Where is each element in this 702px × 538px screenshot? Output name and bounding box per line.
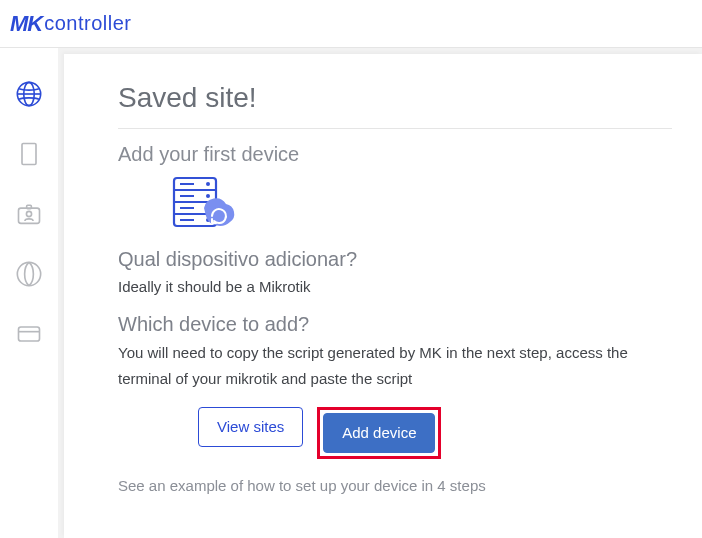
globe-icon: [15, 80, 43, 112]
example-setup-link[interactable]: See an example of how to set up your dev…: [118, 477, 672, 494]
heading-which-device: Which device to add?: [118, 313, 672, 336]
svg-point-5: [26, 211, 31, 216]
view-sites-button[interactable]: View sites: [198, 407, 303, 447]
main-wrap: Saved site! Add your first device: [58, 48, 702, 538]
highlight-add-device: Add device: [317, 407, 441, 459]
circle-swirl-icon: [15, 260, 43, 292]
brand-mark: MK: [10, 11, 42, 37]
sidebar: [0, 48, 58, 538]
app-header: MKcontroller: [0, 0, 702, 48]
svg-rect-8: [19, 327, 40, 341]
card-icon: [15, 320, 43, 352]
sidebar-item-sites[interactable]: [13, 80, 45, 112]
heading-qual-dispositivo: Qual dispositivo adicionar?: [118, 248, 672, 271]
text-copy-script: You will need to copy the script generat…: [118, 340, 672, 393]
svg-rect-4: [19, 208, 40, 223]
document-icon: [15, 140, 43, 172]
text-ideally-mikrotik: Ideally it should be a Mikrotik: [118, 275, 672, 299]
button-row: View sites Add device: [198, 407, 672, 459]
svg-point-19: [206, 194, 210, 198]
brand-text: controller: [44, 12, 131, 35]
sidebar-item-users[interactable]: [13, 200, 45, 232]
id-badge-icon: [15, 200, 43, 232]
divider: [118, 128, 672, 129]
server-sync-illustration: [168, 174, 672, 240]
main-panel: Saved site! Add your first device: [64, 54, 702, 538]
svg-point-18: [206, 182, 210, 186]
svg-rect-6: [27, 205, 32, 209]
svg-point-7: [17, 262, 40, 285]
add-device-button[interactable]: Add device: [323, 413, 435, 453]
brand-logo[interactable]: MKcontroller: [10, 11, 131, 37]
app-body: Saved site! Add your first device: [0, 48, 702, 538]
sidebar-item-billing[interactable]: [13, 320, 45, 352]
page-title: Saved site!: [118, 82, 672, 114]
svg-rect-3: [22, 144, 36, 165]
subheading-add-first-device: Add your first device: [118, 143, 672, 166]
sidebar-item-mikrotik[interactable]: [13, 260, 45, 292]
sidebar-item-docs[interactable]: [13, 140, 45, 172]
